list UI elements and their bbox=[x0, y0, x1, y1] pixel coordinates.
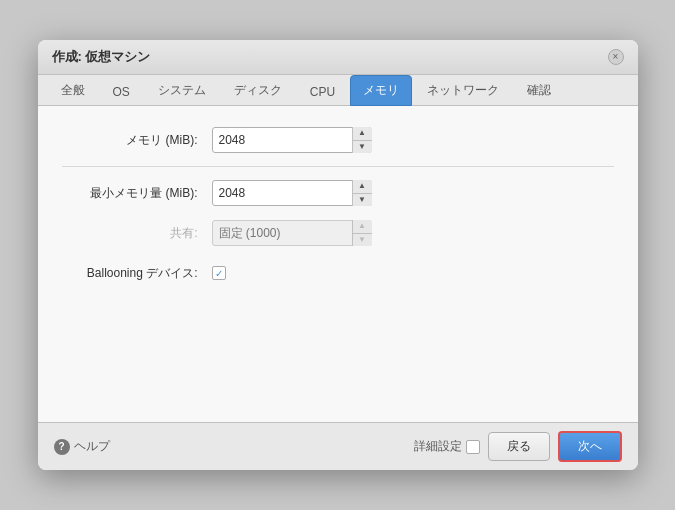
next-button[interactable]: 次へ bbox=[558, 431, 622, 462]
tab-confirm[interactable]: 確認 bbox=[514, 75, 564, 106]
memory-input[interactable] bbox=[212, 127, 372, 153]
shared-label: 共有: bbox=[62, 225, 212, 242]
footer-right: 詳細設定 戻る 次へ bbox=[414, 431, 622, 462]
shared-input bbox=[212, 220, 372, 246]
close-button[interactable]: × bbox=[608, 49, 624, 65]
help-label[interactable]: ヘルプ bbox=[74, 438, 110, 455]
footer-left: ? ヘルプ bbox=[54, 438, 110, 455]
dialog-body: メモリ (MiB): ▲ ▼ 最小メモリ量 (MiB): ▲ ▼ bbox=[38, 106, 638, 422]
memory-control: ▲ ▼ bbox=[212, 127, 372, 153]
close-icon: × bbox=[613, 52, 619, 62]
tab-system[interactable]: システム bbox=[145, 75, 219, 106]
back-button[interactable]: 戻る bbox=[488, 432, 550, 461]
tab-general[interactable]: 全般 bbox=[48, 75, 98, 106]
tab-bar: 全般 OS システム ディスク CPU メモリ ネットワーク 確認 bbox=[38, 75, 638, 106]
ballooning-label: Ballooning デバイス: bbox=[62, 265, 212, 282]
ballooning-checkbox-wrap bbox=[212, 266, 226, 280]
tab-disk[interactable]: ディスク bbox=[221, 75, 295, 106]
memory-row: メモリ (MiB): ▲ ▼ bbox=[62, 126, 614, 154]
tab-memory[interactable]: メモリ bbox=[350, 75, 412, 106]
dialog-title: 作成: 仮想マシン bbox=[52, 48, 151, 66]
tab-os[interactable]: OS bbox=[100, 78, 143, 106]
shared-decrement: ▼ bbox=[353, 234, 372, 247]
tab-network[interactable]: ネットワーク bbox=[414, 75, 512, 106]
min-memory-label: 最小メモリ量 (MiB): bbox=[62, 185, 212, 202]
ballooning-checkbox[interactable] bbox=[212, 266, 226, 280]
memory-increment[interactable]: ▲ bbox=[353, 127, 372, 141]
help-icon[interactable]: ? bbox=[54, 439, 70, 455]
detail-setting-wrap: 詳細設定 bbox=[414, 438, 480, 455]
min-memory-row: 最小メモリ量 (MiB): ▲ ▼ bbox=[62, 179, 614, 207]
memory-label: メモリ (MiB): bbox=[62, 132, 212, 149]
memory-decrement[interactable]: ▼ bbox=[353, 141, 372, 154]
dialog-window: 作成: 仮想マシン × 全般 OS システム ディスク CPU メモリ ネットワ… bbox=[38, 40, 638, 470]
min-memory-input[interactable] bbox=[212, 180, 372, 206]
shared-spinners: ▲ ▼ bbox=[352, 220, 372, 246]
separator-1 bbox=[62, 166, 614, 167]
dialog-titlebar: 作成: 仮想マシン × bbox=[38, 40, 638, 75]
min-memory-decrement[interactable]: ▼ bbox=[353, 194, 372, 207]
detail-setting-label: 詳細設定 bbox=[414, 438, 462, 455]
dialog-footer: ? ヘルプ 詳細設定 戻る 次へ bbox=[38, 422, 638, 470]
min-memory-spinners: ▲ ▼ bbox=[352, 180, 372, 206]
detail-setting-checkbox[interactable] bbox=[466, 440, 480, 454]
tab-cpu[interactable]: CPU bbox=[297, 78, 348, 106]
min-memory-increment[interactable]: ▲ bbox=[353, 180, 372, 194]
min-memory-control: ▲ ▼ bbox=[212, 180, 372, 206]
ballooning-row: Ballooning デバイス: bbox=[62, 259, 614, 287]
shared-row: 共有: ▲ ▼ bbox=[62, 219, 614, 247]
shared-increment: ▲ bbox=[353, 220, 372, 234]
memory-spinners: ▲ ▼ bbox=[352, 127, 372, 153]
shared-control: ▲ ▼ bbox=[212, 220, 372, 246]
